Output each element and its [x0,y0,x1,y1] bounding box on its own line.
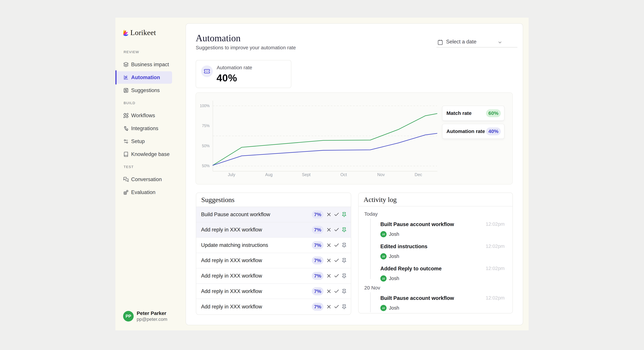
suggestion-row[interactable]: Add reply in XXX workflow7% [196,299,351,314]
legend-label: Automation rate [446,128,485,134]
circuit-icon [123,88,129,93]
x-tick-label: Aug [265,172,272,177]
suggestion-impact-badge: 7% [312,241,324,249]
activity-entry: Built Pause account workflow12:02pmJJJos… [380,295,508,311]
sidebar-item-label: Suggestions [131,87,160,94]
active-item-bar [116,70,116,84]
suggestions-header: Suggestions [196,193,351,207]
accept-icon[interactable] [334,227,340,232]
sidebar-item-setup[interactable]: Setup [116,135,186,148]
brand-name: Lorikeet [130,28,156,37]
sidebar-item-workflows[interactable]: Workflows [116,109,186,122]
y-tick-label: 50% [202,144,210,148]
nav-section-label-build: BUILD [116,97,186,109]
suggestion-row[interactable]: Add reply in XXX workflow7% [196,222,351,238]
pin-icon[interactable] [341,212,347,217]
lorikeet-logo-icon [123,29,129,36]
suggestion-label: Add reply in XXX workflow [201,288,262,294]
date-select-value: Select a date [446,39,476,45]
user-avatar: PP [123,311,134,322]
suggestion-row[interactable]: Add reply in XXX workflow7% [196,253,351,268]
suggestion-row[interactable]: Add reply in XXX workflow7% [196,284,351,299]
chevron-down-icon [498,40,502,45]
sidebar-item-label: Business impact [131,62,169,68]
y-tick-label: 100% [200,104,210,108]
activity-group-label: 20 Nov [364,285,380,291]
sidebar-item-conversation[interactable]: Conversation [116,173,186,186]
dismiss-icon[interactable] [326,258,332,263]
chart-series-line-automation-rate [213,133,437,165]
legend-label: Match rate [446,110,472,116]
suggestion-row[interactable]: Build Pause account workflow7% [196,207,351,222]
user-avatar: JJ [380,253,386,260]
suggestion-row[interactable]: Add reply in XXX workflow7% [196,268,351,284]
suggestion-impact-badge: 7% [312,287,324,295]
chat-icon [123,177,129,182]
accept-icon[interactable] [334,273,340,279]
main-content-card: Automation Suggestions to improve your a… [186,23,523,325]
brand-logo[interactable]: Lorikeet [123,28,156,37]
sidebar-item-business-impact[interactable]: Business impact [116,58,186,71]
accept-icon[interactable] [334,258,340,263]
x-tick-label: Oct [340,172,347,177]
suggestion-impact-badge: 7% [312,226,324,234]
suggestion-label: Add reply in XXX workflow [201,273,262,279]
user-avatar: JJ [380,305,386,311]
sidebar-item-automation[interactable]: Automation [116,71,186,84]
accept-icon[interactable] [334,242,340,248]
nav-section-label-test: TEST [116,161,186,173]
activity-user-name: Josh [389,276,399,281]
pin-icon[interactable] [341,304,347,310]
suggestion-impact-badge: 7% [312,210,324,218]
kpi-value: 40% [216,72,237,84]
pin-icon[interactable] [341,273,347,279]
activity-user-name: Josh [389,254,399,259]
accept-icon[interactable] [334,288,340,294]
dismiss-icon[interactable] [326,242,332,248]
sidebar-item-integrations[interactable]: Integrations [116,122,186,135]
app-window: Lorikeet REVIEWBusiness impactAutomation… [116,18,528,330]
suggestion-row[interactable]: Update matching instructions7% [196,238,351,253]
accept-icon[interactable] [334,304,340,310]
sidebar-item-suggestions[interactable]: Suggestions [116,84,186,97]
suggestion-label: Add reply in XXX workflow [201,227,262,233]
activity-timeline-rail [370,292,371,312]
dismiss-icon[interactable] [326,304,332,310]
nav-section-label-review: REVIEW [116,46,186,58]
sidebar-item-label: Workflows [131,112,155,118]
activity-timeline-rail [370,218,371,279]
book-icon [123,152,129,157]
pin-icon[interactable] [341,288,347,294]
dismiss-icon[interactable] [326,288,332,294]
activity-group-label: Today [364,211,378,217]
user-avatar: JJ [380,275,386,282]
date-select[interactable]: Select a date [436,36,518,48]
accept-icon[interactable] [334,212,340,217]
suggestion-impact-badge: 7% [312,303,324,311]
automation-rate-kpi-card: Automation rate 40% [196,60,291,88]
sliders-icon [123,139,129,144]
kpi-label: Automation rate [217,65,252,70]
user-avatar: JJ [380,231,386,237]
pin-icon[interactable] [341,242,347,248]
pin-icon[interactable] [341,258,347,263]
dismiss-icon[interactable] [326,212,332,217]
suggestions-panel: Suggestions Build Pause account workflow… [196,192,351,315]
y-tick-label: 50% [202,164,210,168]
activity-log-panel: Activity log TodayBuilt Pause account wo… [358,192,513,314]
pin-icon[interactable] [341,227,347,232]
x-tick-label: July [228,172,235,177]
sidebar-item-label: Conversation [131,176,162,182]
sidebar-item-evaluation[interactable]: Evaluation [116,186,186,199]
activity-entry: Edited instructions12:02pmJJJosh [380,244,508,260]
sidebar-item-label: Evaluation [131,189,156,196]
user-email: pp@peter.com [137,316,167,322]
user-profile[interactable]: PP Peter Parker pp@peter.com [123,310,167,322]
dismiss-icon[interactable] [326,227,332,232]
user-name: Peter Parker [137,310,167,316]
activity-entry-time: 12:02pm [486,266,505,271]
activity-entry-time: 12:02pm [486,221,505,227]
sidebar-item-knowledge-base[interactable]: Knowledge base [116,148,186,161]
activity-entry-time: 12:02pm [486,295,505,301]
dismiss-icon[interactable] [326,273,332,279]
